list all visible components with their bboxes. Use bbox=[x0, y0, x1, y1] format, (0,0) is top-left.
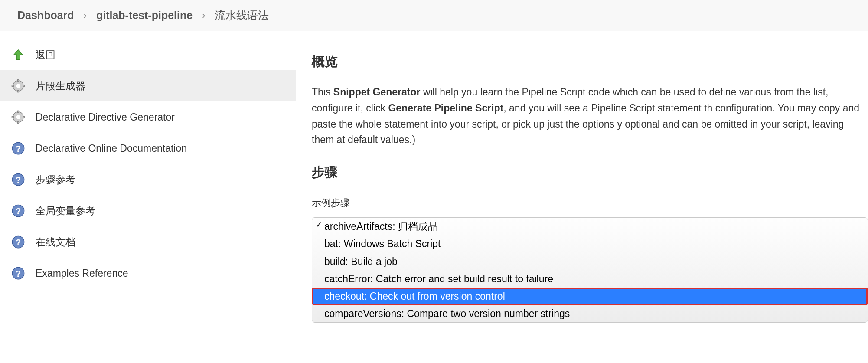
content: 概览 This Snippet Generator will help you … bbox=[296, 31, 868, 363]
sidebar-item-label: 在线文档 bbox=[36, 235, 75, 249]
gear-icon bbox=[10, 109, 26, 125]
sidebar-item-label: 步骤参考 bbox=[36, 173, 75, 186]
svg-point-1 bbox=[16, 84, 20, 88]
svg-text:?: ? bbox=[16, 269, 21, 278]
help-icon: ? bbox=[10, 172, 26, 187]
svg-text:?: ? bbox=[16, 238, 21, 247]
sidebar-item-label: Examples Reference bbox=[36, 268, 128, 279]
dropdown-option-bat[interactable]: bat: Windows Batch Script bbox=[312, 235, 868, 252]
main: 返回 片段生成器 Declarative Directive Generator… bbox=[0, 31, 868, 363]
svg-rect-4 bbox=[12, 85, 13, 87]
svg-rect-2 bbox=[18, 79, 19, 81]
sidebar-item-snippet-generator[interactable]: 片段生成器 bbox=[0, 70, 296, 101]
sidebar-item-declarative-online-doc[interactable]: ? Declarative Online Documentation bbox=[0, 133, 296, 164]
breadcrumb-dashboard[interactable]: Dashboard bbox=[17, 9, 74, 22]
svg-rect-9 bbox=[18, 122, 19, 124]
dropdown-option-compareversions[interactable]: compareVersions: Compare two version num… bbox=[312, 305, 868, 322]
sidebar-item-label: 全局变量参考 bbox=[36, 204, 95, 218]
overview-text: This Snippet Generator will help you lea… bbox=[312, 84, 868, 148]
overview-prefix: This bbox=[312, 86, 333, 98]
svg-text:?: ? bbox=[16, 175, 21, 185]
help-icon: ? bbox=[10, 141, 26, 156]
sidebar-item-online-doc[interactable]: ? 在线文档 bbox=[0, 226, 296, 258]
overview-bold2: Generate Pipeline Script bbox=[388, 102, 503, 114]
sample-step-dropdown[interactable]: archiveArtifacts: 归档成品 bat: Windows Batc… bbox=[312, 217, 868, 323]
svg-rect-10 bbox=[12, 117, 13, 118]
sidebar-item-step-reference[interactable]: ? 步骤参考 bbox=[0, 164, 296, 195]
sidebar-item-label: Declarative Online Documentation bbox=[36, 143, 187, 154]
sidebar-item-declarative-directive-generator[interactable]: Declarative Directive Generator bbox=[0, 101, 296, 133]
help-icon: ? bbox=[10, 234, 26, 250]
svg-rect-11 bbox=[23, 117, 25, 118]
sidebar-item-back[interactable]: 返回 bbox=[0, 39, 296, 70]
svg-text:?: ? bbox=[16, 206, 21, 216]
sample-step-label: 示例步骤 bbox=[312, 196, 868, 209]
svg-point-7 bbox=[16, 115, 20, 119]
help-icon: ? bbox=[10, 265, 26, 281]
steps-title: 步骤 bbox=[312, 164, 868, 186]
svg-rect-5 bbox=[23, 85, 25, 87]
help-icon: ? bbox=[10, 203, 26, 219]
dropdown-option-archiveartifacts[interactable]: archiveArtifacts: 归档成品 bbox=[312, 218, 868, 235]
dropdown-option-checkout[interactable]: checkout: Check out from version control bbox=[312, 288, 868, 305]
breadcrumb-current[interactable]: 流水线语法 bbox=[215, 8, 269, 23]
sidebar-item-label: Declarative Directive Generator bbox=[36, 111, 175, 123]
overview-title: 概览 bbox=[312, 53, 868, 75]
chevron-right-icon: › bbox=[202, 10, 205, 21]
svg-rect-8 bbox=[18, 111, 19, 112]
sidebar-item-global-var-reference[interactable]: ? 全局变量参考 bbox=[0, 195, 296, 226]
svg-text:?: ? bbox=[16, 144, 21, 154]
up-arrow-icon bbox=[10, 47, 26, 62]
sidebar-item-examples-reference[interactable]: ? Examples Reference bbox=[0, 258, 296, 289]
chevron-right-icon: › bbox=[84, 10, 87, 21]
overview-bold1: Snippet Generator bbox=[333, 86, 421, 98]
sidebar-item-label: 返回 bbox=[36, 48, 55, 62]
breadcrumb-project[interactable]: gitlab-test-pipeline bbox=[96, 9, 193, 22]
dropdown-option-build[interactable]: build: Build a job bbox=[312, 253, 868, 270]
sidebar-item-label: 片段生成器 bbox=[36, 79, 85, 93]
sidebar: 返回 片段生成器 Declarative Directive Generator… bbox=[0, 31, 296, 363]
svg-rect-3 bbox=[18, 91, 19, 92]
breadcrumb: Dashboard › gitlab-test-pipeline › 流水线语法 bbox=[0, 0, 868, 31]
gear-icon bbox=[10, 78, 26, 94]
dropdown-option-catcherror[interactable]: catchError: Catch error and set build re… bbox=[312, 270, 868, 288]
